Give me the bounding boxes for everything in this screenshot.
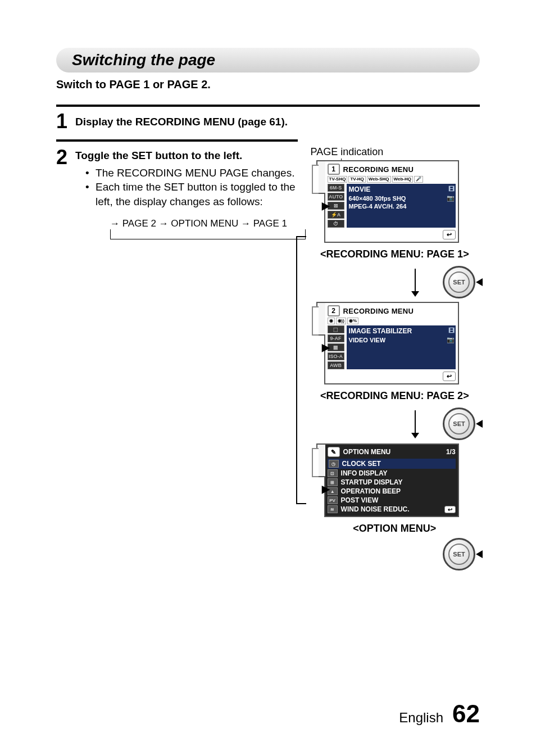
- menu-screen-page2: ▶ 2 RECORDING MENU ◉ ◉)) ◉% ⬚ 9-AF ▦ ISO…: [324, 302, 459, 384]
- option-label: WIND NOISE REDUC.: [341, 505, 441, 513]
- left-icon-column: 6M-S AUTO ⊠ ⚡A ⏱: [328, 184, 344, 228]
- info-icon: ⊡: [328, 469, 338, 477]
- option-label: STARTUP DISPLAY: [341, 478, 456, 486]
- movie-icon: 🎞: [448, 185, 455, 193]
- postview-icon: PV: [328, 496, 338, 504]
- page-footer: English 62: [399, 700, 480, 728]
- option-label: OPERATION BEEP: [341, 487, 456, 495]
- step-2: 2 Toggle the SET button to the left. The…: [56, 146, 298, 230]
- page-chip: 2: [328, 305, 340, 316]
- set-label: SET: [453, 551, 465, 558]
- menu-icon: ⬚: [328, 325, 344, 333]
- step-1: 1 Display the RECORDING MENU (page 61).: [56, 110, 480, 132]
- menu-header: 1 RECORDING MENU: [328, 164, 456, 175]
- menu-header: 2 RECORDING MENU: [328, 305, 456, 316]
- menu-title: RECORDING MENU: [343, 165, 414, 174]
- bullet-item: Each time the SET button is toggled to t…: [91, 180, 298, 209]
- set-dial[interactable]: SET: [443, 266, 475, 298]
- clock-icon: ◷: [329, 460, 339, 468]
- section-title: Switching the page: [56, 48, 480, 73]
- menu-icon: 6M-S: [328, 184, 344, 192]
- menu-screen-page1: ▶ 1 RECORDING MENU TV-SHQ TV-HQ Web-SHQ …: [324, 160, 459, 243]
- screen-caption: <OPTION MENU>: [310, 523, 480, 535]
- highlight-line: IMAGE STABILIZER: [349, 327, 453, 336]
- mode-chip: ◉: [328, 318, 335, 324]
- footer-page-number: 62: [452, 700, 480, 728]
- menu-highlight: 🎞 📷 IMAGE STABILIZER VIDEO VIEW: [347, 325, 456, 369]
- step-number: 2: [56, 147, 67, 168]
- option-row-selected: ◷ CLOCK SET: [328, 459, 456, 469]
- menu-icon: ⊠: [328, 202, 344, 210]
- highlight-line: 640×480 30fps SHQ: [349, 194, 453, 202]
- camera-icon: 📷: [447, 194, 455, 202]
- option-row: PV POST VIEW: [328, 496, 456, 505]
- mode-chip: Web-HQ: [392, 176, 413, 183]
- bullet-item: The RECORDING MENU PAGE changes.: [91, 166, 298, 180]
- menu-icon: ⚡A: [328, 211, 344, 219]
- section-subtitle: Switch to PAGE 1 or PAGE 2.: [56, 78, 480, 91]
- tab-stack-icon: [316, 443, 325, 477]
- loop-bracket: [296, 236, 306, 504]
- option-row: ⊞ STARTUP DISPLAY: [328, 478, 456, 487]
- page-indication-label: PAGE indication: [311, 146, 480, 158]
- wind-icon: ≋: [328, 505, 338, 513]
- arrow-left-icon: [476, 278, 483, 286]
- set-dial[interactable]: SET: [443, 538, 475, 571]
- mode-row: ◉ ◉)) ◉%: [328, 318, 456, 324]
- arrow-left-icon: [476, 420, 483, 428]
- tab-stack-icon: [316, 302, 325, 336]
- screen-caption: <RECORDING MENU: PAGE 1>: [310, 248, 480, 260]
- menu-title: RECORDING MENU: [343, 307, 414, 315]
- arrow-icon: ▶: [322, 200, 330, 212]
- option-row: ≋ WIND NOISE REDUC. ↩: [328, 505, 456, 514]
- option-label: INFO DISPLAY: [341, 469, 456, 477]
- mode-chip: ◉%: [347, 318, 358, 324]
- mode-chip: TV-SHQ: [328, 176, 348, 183]
- mode-chip: TV-HQ: [348, 176, 365, 183]
- mode-row: TV-SHQ TV-HQ Web-SHQ Web-HQ 🎤: [328, 176, 456, 183]
- highlight-line: VIDEO VIEW: [349, 336, 453, 344]
- arrow-down-icon: [415, 410, 416, 437]
- menu-icon: ⏱: [328, 220, 344, 228]
- highlight-line: MPEG-4 AVC/H. 264: [349, 202, 453, 210]
- return-icon: ↩: [443, 230, 456, 239]
- menu-icon: 9-AF: [328, 334, 344, 342]
- set-label: SET: [453, 420, 465, 427]
- arrow-down-icon: [415, 269, 416, 296]
- option-row: ▲ OPERATION BEEP: [328, 487, 456, 496]
- arrow-left-icon: [476, 550, 483, 558]
- menu-icon: AUTO: [328, 193, 344, 201]
- return-icon: ↩: [444, 506, 456, 513]
- movie-icon: 🎞: [448, 327, 455, 334]
- step-text: Display the RECORDING MENU (page 61).: [75, 115, 288, 130]
- menu-icon: ▦: [328, 343, 344, 351]
- mode-chip: ◉)): [336, 318, 346, 324]
- camera-icon: 📷: [447, 336, 455, 343]
- menu-header: ✎ OPTION MENU 1/3: [328, 447, 456, 457]
- option-label: POST VIEW: [341, 496, 456, 504]
- screen-caption: <RECORDING MENU: PAGE 2>: [310, 390, 480, 402]
- divider: [56, 139, 298, 142]
- page-cycle-diagram: → PAGE 2 → OPTION MENU → PAGE 1: [110, 217, 298, 230]
- mic-icon: 🎤: [414, 176, 423, 183]
- cycle-text: → PAGE 2 → OPTION MENU → PAGE 1: [110, 218, 287, 229]
- step-number: 1: [56, 111, 67, 132]
- menu-screen-option: ▶ ✎ OPTION MENU 1/3 ◷ CLOCK SET ⊡ INFO D…: [324, 443, 459, 517]
- step-heading: Toggle the SET button to the left.: [75, 148, 298, 164]
- arrow-icon: ▶: [322, 483, 330, 495]
- set-dial[interactable]: SET: [443, 408, 475, 440]
- menu-icon: ISO-A: [328, 352, 344, 360]
- mode-chip: Web-SHQ: [367, 176, 391, 183]
- tab-stack-icon: [316, 160, 325, 194]
- page-chip: 1: [328, 164, 340, 175]
- arrow-icon: ▶: [322, 341, 330, 354]
- footer-language: English: [399, 710, 443, 726]
- menu-title: OPTION MENU: [343, 448, 391, 456]
- highlight-line: MOVIE: [349, 185, 453, 194]
- left-icon-column: ⬚ 9-AF ▦ ISO-A AWB: [328, 325, 344, 369]
- menu-highlight: 🎞 📷 MOVIE 640×480 30fps SHQ MPEG-4 AVC/H…: [347, 184, 456, 228]
- set-label: SET: [453, 279, 465, 286]
- menu-icon: AWB: [328, 361, 344, 369]
- page-indicator: 1/3: [446, 448, 456, 456]
- option-label: CLOCK SET: [342, 460, 455, 468]
